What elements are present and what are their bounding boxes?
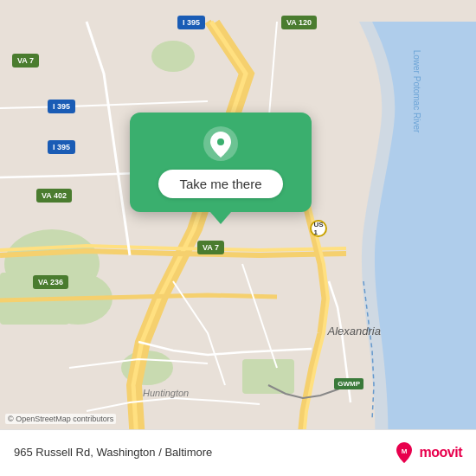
road-badge-i395-mid2: I 395 xyxy=(48,140,75,154)
bottom-bar: 965 Russell Rd, Washington / Baltimore M… xyxy=(0,429,476,476)
moovit-logo: M moovit xyxy=(392,441,462,465)
road-badge-i395-mid: I 395 xyxy=(48,100,75,113)
road-badge-va402: VA 402 xyxy=(36,189,72,203)
potomac-river-label: Lower Potomac River xyxy=(413,50,422,133)
svg-rect-5 xyxy=(242,359,294,394)
alexandria-label: Alexandria xyxy=(328,325,381,338)
svg-point-9 xyxy=(217,138,224,145)
popup-card: Take me there xyxy=(130,113,312,212)
svg-point-6 xyxy=(151,41,195,72)
take-me-there-button[interactable]: Take me there xyxy=(158,170,282,198)
moovit-text: moovit xyxy=(420,445,462,460)
huntington-label: Huntington xyxy=(143,388,189,398)
road-badge-va120: VA 120 xyxy=(281,16,317,29)
road-badge-i395-top: I 395 xyxy=(177,16,205,29)
gwmp-badge: GWMP xyxy=(334,378,363,389)
svg-text:M: M xyxy=(401,447,407,455)
road-badge-va7-btm: VA 7 xyxy=(197,241,224,254)
address-text: 965 Russell Rd, Washington / Baltimore xyxy=(14,446,212,459)
map-container: I 395 I 395 I 395 VA 120 VA 402 VA 7 VA … xyxy=(0,0,476,476)
moovit-logo-icon: M xyxy=(392,441,416,465)
location-pin-icon xyxy=(202,125,240,163)
road-badge-va7-left: VA 7 xyxy=(12,54,39,68)
copyright-text: © OpenStreetMap contributors xyxy=(5,414,116,424)
road-badge-us1: US 1 xyxy=(310,220,327,237)
map-background xyxy=(0,0,476,476)
road-badge-va236: VA 236 xyxy=(33,275,68,289)
